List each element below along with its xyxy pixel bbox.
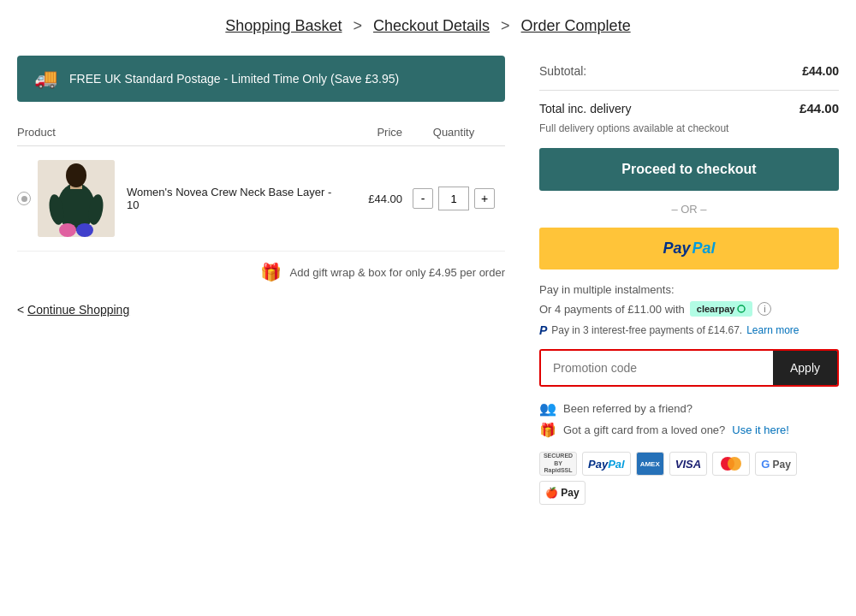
- svg-point-6: [59, 223, 76, 237]
- clearpay-row: Or 4 payments of £11.00 with clearpay i: [539, 301, 839, 317]
- paypal-installment-text: Pay in 3 interest-free payments of £14.6…: [551, 324, 742, 336]
- product-name: Women's Novea Crew Neck Base Layer - 10: [127, 186, 334, 211]
- clearpay-label: clearpay: [697, 304, 735, 314]
- svg-point-5: [66, 163, 86, 187]
- quantity-control[interactable]: - +: [402, 187, 505, 210]
- banner-text: FREE UK Standard Postage - Limited Time …: [69, 72, 399, 86]
- ssl-logo: SECURED BY RapidSSL: [539, 452, 577, 476]
- table-header: Product Price Quantity: [17, 119, 505, 146]
- gift-card-text: Got a gift card from a loved one?: [563, 424, 725, 436]
- shipping-banner: 🚚 FREE UK Standard Postage - Limited Tim…: [17, 56, 505, 102]
- quantity-increase-button[interactable]: +: [474, 188, 495, 209]
- col-header-product: Product: [17, 126, 334, 139]
- info-icon[interactable]: i: [758, 302, 771, 316]
- referral-row: 👥 Been referred by a friend?: [539, 400, 839, 417]
- gift-card-row: 🎁 Got a gift card from a loved one? Use …: [539, 422, 839, 438]
- breadcrumb-order-complete[interactable]: Order Complete: [521, 17, 631, 34]
- subtotal-label: Subtotal:: [539, 64, 586, 78]
- gift-card-icon: 🎁: [539, 422, 556, 438]
- or-divider: – OR –: [539, 203, 839, 216]
- instalments-label: Pay in multiple instalments:: [539, 283, 839, 296]
- payment-logos: SECURED BY RapidSSL PayPal AMEX VISA: [539, 452, 839, 505]
- gift-icon: 🎁: [260, 262, 282, 282]
- total-value: £44.00: [800, 101, 839, 116]
- truck-icon: 🚚: [34, 68, 57, 90]
- svg-point-1: [57, 183, 95, 231]
- amex-logo: AMEX: [636, 452, 664, 476]
- left-column: 🚚 FREE UK Standard Postage - Limited Tim…: [17, 56, 505, 317]
- gift-wrap-row: 🎁 Add gift wrap & box for only £4.95 per…: [17, 252, 505, 293]
- subtotal-value: £44.00: [802, 64, 839, 78]
- product-price: £44.00: [334, 192, 402, 205]
- product-image: [38, 160, 115, 237]
- total-row: Total inc. delivery £44.00: [539, 94, 839, 122]
- quantity-decrease-button[interactable]: -: [413, 188, 433, 209]
- mastercard-logo: [712, 452, 750, 476]
- table-row: Women's Novea Crew Neck Base Layer - 10 …: [17, 146, 505, 252]
- applepay-logo: 🍎 Pay: [539, 481, 586, 505]
- mastercard-icon: [718, 455, 744, 472]
- promo-code-input[interactable]: [541, 351, 773, 385]
- total-label: Total inc. delivery: [539, 102, 631, 116]
- promo-code-section: Apply: [539, 349, 839, 387]
- breadcrumb: Shopping Basket > Checkout Details > Ord…: [17, 17, 839, 35]
- referral-icon: 👥: [539, 400, 556, 417]
- divider-1: [539, 90, 839, 91]
- col-header-price: Price: [334, 126, 402, 139]
- visa-logo: VISA: [669, 452, 707, 476]
- checkout-button[interactable]: Proceed to checkout: [539, 148, 839, 191]
- breadcrumb-sep-1: >: [353, 17, 366, 34]
- clearpay-badge: clearpay: [690, 301, 753, 317]
- continue-shopping-link[interactable]: Continue Shopping: [27, 303, 129, 317]
- quantity-input[interactable]: [438, 187, 469, 210]
- gpay-logo: G Pay: [755, 452, 797, 476]
- paypal-logo: PayPal: [582, 452, 631, 476]
- svg-point-10: [728, 457, 741, 471]
- clearpay-text: Or 4 payments of £11.00 with: [539, 303, 685, 316]
- delivery-note: Full delivery options available at check…: [539, 122, 839, 134]
- breadcrumb-sep-2: >: [501, 17, 514, 34]
- paypal-installment-row: P Pay in 3 interest-free payments of £14…: [539, 323, 839, 337]
- chevron-left-icon: <: [17, 303, 27, 317]
- subtotal-row: Subtotal: £44.00: [539, 56, 839, 86]
- extra-options: 👥 Been referred by a friend? 🎁 Got a gif…: [539, 400, 839, 438]
- paypal-button[interactable]: Pay Pal: [539, 228, 839, 270]
- apply-button[interactable]: Apply: [773, 351, 837, 385]
- breadcrumb-shopping-basket[interactable]: Shopping Basket: [225, 17, 342, 34]
- clearpay-logo-icon: [737, 305, 746, 313]
- gift-wrap-text: Add gift wrap & box for only £4.95 per o…: [290, 266, 505, 279]
- product-radio: [17, 192, 38, 205]
- breadcrumb-checkout-details[interactable]: Checkout Details: [373, 17, 490, 34]
- paypal-p2: Pal: [693, 240, 716, 258]
- col-header-quantity: Quantity: [402, 126, 505, 139]
- svg-point-7: [76, 223, 93, 237]
- continue-shopping: < Continue Shopping: [17, 303, 505, 317]
- paypal-p1: Pay: [663, 240, 690, 258]
- learn-more-link[interactable]: Learn more: [746, 324, 799, 336]
- referral-text: Been referred by a friend?: [563, 402, 693, 415]
- use-here-link[interactable]: Use it here!: [732, 424, 788, 436]
- paypal-small-icon: P: [539, 323, 547, 337]
- svg-point-8: [738, 305, 745, 312]
- right-column: Subtotal: £44.00 Total inc. delivery £44…: [539, 56, 839, 505]
